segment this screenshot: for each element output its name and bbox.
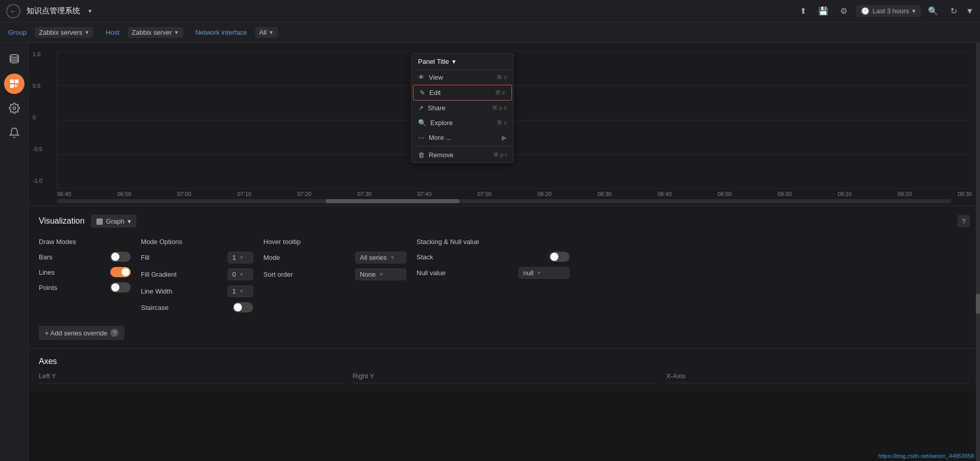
network-interface-label: Network interface — [195, 29, 247, 36]
top-nav: ← 知识点管理系统 ▾ ⬆ 💾 ⚙ 🕐 Last 3 hours ▾ 🔍 ↻ ▼ — [0, 0, 980, 22]
mode-select[interactable]: All series ▼ — [355, 252, 406, 263]
fill-gradient-label: Fill Gradient — [141, 271, 177, 278]
explore-icon: 🔍 — [418, 119, 426, 127]
chart-scrollbar-thumb[interactable] — [326, 199, 460, 203]
viz-help-button[interactable]: ? — [958, 215, 970, 227]
x-axis-label: X-Axis — [666, 372, 970, 383]
axes-title: Axes — [39, 357, 970, 366]
refresh-arrow-icon-button[interactable]: ▼ — [966, 3, 974, 19]
search-icon-button[interactable]: 🔍 — [925, 3, 941, 19]
svg-point-0 — [10, 55, 18, 58]
menu-item-edit-left: ✎ Edit — [420, 89, 440, 96]
menu-item-view[interactable]: 👁 View ⌘ v — [412, 70, 513, 85]
viz-title-label: Visualization — [39, 216, 85, 226]
bars-toggle[interactable] — [110, 252, 131, 262]
svg-point-1 — [13, 107, 16, 110]
lines-toggle[interactable] — [110, 267, 131, 277]
fill-gradient-select[interactable]: 0 ▼ — [228, 269, 253, 280]
edit-icon: ✎ — [420, 89, 425, 96]
x-label-11: 08:40 — [657, 191, 672, 197]
sidebar-item-dashboard[interactable] — [4, 74, 24, 94]
staircase-toggle[interactable] — [233, 302, 253, 312]
menu-item-remove[interactable]: 🗑 Remove ⌘ p r — [412, 148, 513, 162]
time-range-button[interactable]: 🕐 Last 3 hours ▾ — [856, 5, 921, 17]
sort-order-value: None — [360, 271, 376, 278]
mode-value: All series — [360, 254, 387, 261]
options-grid: Draw Modes Bars Lines Points — [39, 238, 970, 318]
null-value-arrow-icon: ▼ — [536, 270, 542, 276]
hover-tooltip-group: Hover tooltip Mode All series ▼ Sort ord… — [263, 238, 406, 318]
menu-item-more-label: More ... — [429, 134, 451, 141]
sidebar-item-alerts[interactable] — [4, 123, 24, 143]
main-area: 1.0 0.5 0 -0.5 -1.0 06:40 06:50 07:00 07… — [0, 43, 980, 461]
group-label: Group — [8, 29, 27, 36]
menu-item-share[interactable]: ↗ Share ⌘ p s — [412, 101, 513, 115]
points-toggle[interactable] — [110, 282, 131, 293]
line-width-label: Line Width — [141, 287, 172, 295]
grid-line-3 — [58, 154, 972, 155]
left-y-label: Left Y — [39, 372, 342, 383]
right-y-label: Right Y — [353, 372, 656, 383]
chart-scrollbar[interactable] — [57, 199, 951, 203]
sidebar-item-settings[interactable] — [4, 98, 24, 118]
fill-select[interactable]: 1 ▼ — [228, 252, 253, 263]
menu-item-view-label: View — [429, 74, 443, 81]
right-scrollbar[interactable] — [976, 43, 980, 461]
x-label-6: 07:30 — [357, 191, 372, 197]
menu-item-explore[interactable]: 🔍 Explore ⌘ x — [412, 115, 513, 130]
fill-label: Fill — [141, 254, 150, 261]
add-series-help-icon: ? — [110, 329, 118, 337]
null-value-select[interactable]: null ▼ — [519, 267, 570, 279]
axes-section: Axes Left Y Right Y X-Axis — [29, 349, 980, 392]
y-label-3: 0 — [33, 114, 42, 120]
top-nav-left: ← 知识点管理系统 ▾ — [6, 4, 92, 18]
stack-toggle[interactable] — [549, 252, 570, 262]
axes-row: Left Y Right Y X-Axis — [39, 372, 970, 383]
back-button[interactable]: ← — [6, 4, 20, 18]
x-label-10: 08:30 — [598, 191, 612, 197]
share-icon: ↗ — [418, 104, 424, 112]
host-value: Zabbix server — [132, 29, 172, 36]
host-dropdown[interactable]: Zabbix server ▼ — [128, 27, 183, 38]
sort-order-select[interactable]: None ▼ — [355, 269, 406, 280]
x-axis-col: X-Axis — [666, 372, 970, 383]
menu-item-view-left: 👁 View — [418, 74, 443, 81]
x-label-9: 08:20 — [537, 191, 552, 197]
line-width-row: Line Width 1 ▼ — [141, 285, 253, 297]
hover-tooltip-title: Hover tooltip — [263, 238, 406, 246]
chart-y-labels: 1.0 0.5 0 -0.5 -1.0 — [33, 51, 42, 184]
right-scrollbar-thumb[interactable] — [976, 294, 980, 314]
stack-row: Stack — [416, 252, 570, 262]
lines-label: Lines — [39, 269, 55, 276]
settings-icon-button[interactable]: ⚙ — [836, 3, 852, 19]
sidebar-item-database[interactable] — [4, 49, 24, 69]
mode-options-title: Mode Options — [141, 238, 253, 246]
sort-order-row: Sort order None ▼ — [263, 269, 406, 280]
visualization-section: Visualization ▩ Graph ▾ ? Draw Modes Ba — [29, 206, 980, 349]
fill-value: 1 — [232, 254, 236, 261]
view-shortcut: ⌘ v — [497, 74, 507, 81]
x-label-16: 09:30 — [958, 191, 972, 197]
menu-item-more[interactable]: ⋯ More ... ▶ — [412, 130, 513, 145]
host-label: Host — [106, 29, 119, 36]
menu-item-edit[interactable]: ✎ Edit ⌘ e — [413, 85, 512, 101]
right-y-col: Right Y — [353, 372, 656, 383]
null-value-label: Null value — [416, 269, 446, 277]
viz-type-arrow-icon: ▾ — [128, 217, 131, 225]
x-label-15: 09:20 — [898, 191, 912, 197]
app-title-arrow-icon[interactable]: ▾ — [88, 7, 92, 15]
all-dropdown[interactable]: All ▼ — [255, 27, 278, 38]
content-area: 1.0 0.5 0 -0.5 -1.0 06:40 06:50 07:00 07… — [29, 43, 980, 461]
more-icon: ⋯ — [418, 134, 425, 141]
save-icon-button[interactable]: 💾 — [815, 3, 831, 19]
refresh-icon-button[interactable]: ↻ — [945, 3, 962, 19]
line-width-select[interactable]: 1 ▼ — [228, 285, 253, 297]
viz-type-button[interactable]: ▩ Graph ▾ — [91, 214, 136, 228]
group-value: Zabbix servers — [39, 29, 82, 36]
fill-gradient-arrow-icon: ▼ — [239, 272, 244, 277]
panel-title: Panel Title ▾ — [412, 54, 513, 70]
group-dropdown[interactable]: Zabbix servers ▼ — [35, 27, 93, 38]
share-icon-button[interactable]: ⬆ — [795, 3, 811, 19]
add-series-button[interactable]: + Add series override ? — [39, 326, 125, 340]
menu-item-more-left: ⋯ More ... — [418, 134, 451, 141]
